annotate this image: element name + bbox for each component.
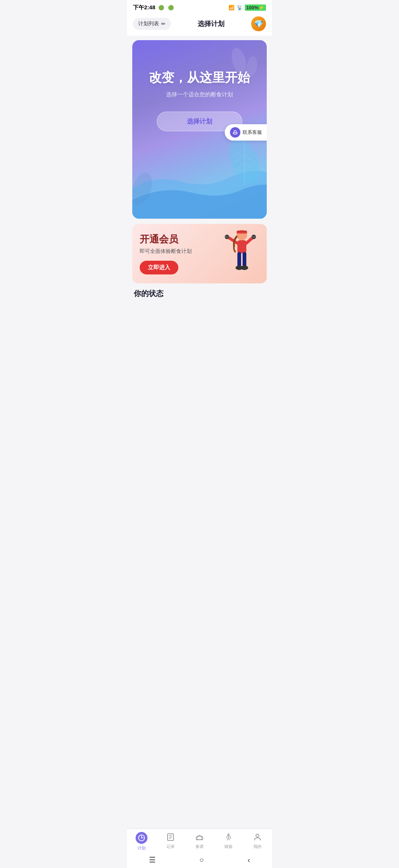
- list-icon: [166, 833, 175, 842]
- svg-point-37: [228, 834, 229, 835]
- wave-decoration: [132, 152, 267, 219]
- emoji2: 🟢: [167, 4, 175, 11]
- cs-icon: [230, 127, 240, 138]
- svg-line-7: [244, 163, 253, 170]
- back-button[interactable]: ‹: [247, 856, 250, 864]
- svg-line-4: [235, 163, 244, 170]
- svg-rect-13: [237, 132, 238, 134]
- svg-rect-25: [243, 252, 246, 267]
- recipe-icon: [194, 832, 205, 842]
- fitness-character: [217, 228, 257, 276]
- edit-icon: ✏: [161, 21, 166, 27]
- user-icon: [253, 833, 262, 842]
- svg-line-21: [246, 238, 252, 243]
- bottom-bar: 计划 记录 食谱: [127, 829, 272, 868]
- app-nav: 计划 记录 食谱: [127, 829, 272, 852]
- exercise-icon: [223, 832, 234, 842]
- battery-indicator: 100 %⚡: [245, 4, 266, 11]
- svg-rect-20: [225, 236, 229, 238]
- status-bar: 下午2:48 🟢 🟢 📶 📡 100 %⚡: [127, 0, 272, 13]
- svg-rect-17: [237, 240, 246, 253]
- svg-point-27: [241, 266, 248, 270]
- svg-rect-24: [237, 252, 241, 267]
- plan-label: 计划: [137, 845, 146, 851]
- signal-icon: 📶: [228, 5, 234, 10]
- member-subtitle: 即可全面体验断食计划: [140, 248, 215, 255]
- menu-button[interactable]: ☰: [149, 855, 156, 864]
- member-title: 开通会员: [140, 233, 215, 246]
- svg-rect-23: [252, 236, 256, 238]
- mine-icon: [252, 832, 263, 842]
- plan-list-label: 计划列表: [138, 20, 159, 27]
- svg-rect-16: [237, 232, 247, 234]
- cs-label: 联系客服: [243, 129, 262, 136]
- member-figure: [215, 231, 259, 276]
- status-icons: 📶 📡 100 %⚡: [228, 4, 266, 11]
- member-join-button[interactable]: 立即进入: [140, 261, 178, 274]
- system-nav-bar: ☰ ○ ‹: [127, 852, 272, 868]
- vip-avatar-button[interactable]: [251, 16, 266, 31]
- recipe-label: 食谱: [195, 844, 204, 849]
- status-time: 下午2:48: [133, 4, 155, 11]
- svg-point-10: [132, 170, 155, 208]
- svg-point-39: [256, 834, 259, 837]
- emoji1: 🟢: [158, 4, 165, 11]
- member-card-left: 开通会员 即可全面体验断食计划 立即进入: [140, 233, 215, 274]
- nav-item-recipe[interactable]: 食谱: [185, 832, 214, 851]
- plan-icon: [136, 832, 147, 844]
- svg-line-38: [226, 837, 227, 838]
- svg-line-3: [233, 155, 244, 163]
- wifi-icon: 📡: [237, 5, 243, 10]
- exercise-icon: [224, 833, 233, 842]
- dish-icon: [195, 833, 204, 842]
- leaf-bottom-left: [132, 170, 155, 208]
- hero-card: 改变，从这里开始 选择一个适合您的断食计划 选择计划 联系客服: [132, 40, 267, 219]
- hero-main-title: 改变，从这里开始: [143, 70, 256, 85]
- clock-icon: [138, 834, 145, 842]
- main-content: 改变，从这里开始 选择一个适合您的断食计划 选择计划 联系客服 开通会员 即可全…: [127, 36, 272, 355]
- nav-item-exercise[interactable]: 锻炼: [214, 832, 243, 851]
- headset-icon: [232, 129, 238, 135]
- svg-line-6: [244, 155, 255, 162]
- home-button[interactable]: ○: [200, 856, 204, 864]
- nav-item-plan[interactable]: 计划: [127, 832, 156, 851]
- record-icon: [165, 832, 176, 842]
- nav-item-mine[interactable]: 我的: [243, 832, 272, 851]
- record-label: 记录: [166, 844, 175, 849]
- member-card: 开通会员 即可全面体验断食计划 立即进入: [132, 224, 267, 283]
- header: 计划列表 ✏ 选择计划: [127, 13, 272, 36]
- svg-point-11: [234, 131, 236, 133]
- customer-service-button[interactable]: 联系客服: [225, 124, 267, 141]
- page-title: 选择计划: [198, 19, 224, 28]
- status-section-title: 你的状态: [132, 289, 267, 299]
- plan-list-button[interactable]: 计划列表 ✏: [133, 18, 171, 30]
- hero-sub-title: 选择一个适合您的断食计划: [143, 91, 256, 98]
- svg-rect-12: [233, 132, 234, 134]
- mine-label: 我的: [253, 844, 262, 849]
- exercise-label: 锻炼: [224, 844, 233, 849]
- nav-item-record[interactable]: 记录: [156, 832, 185, 851]
